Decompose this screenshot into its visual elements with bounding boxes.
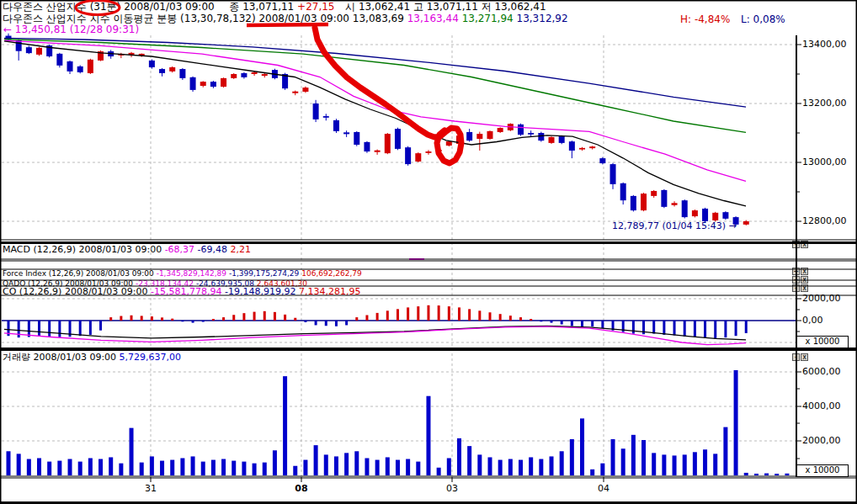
co-axis-label: 2000,00 (802, 294, 841, 304)
volume-axis-label: 2000,00 (802, 436, 841, 446)
panel-minimize-button[interactable]: - (792, 353, 800, 361)
panel-minimize-button[interactable]: - (792, 241, 800, 248)
co-axis-label: 0,00 (802, 316, 823, 326)
price-axis-label: 13200,00 (802, 98, 847, 109)
chart-window: 다우존스 산업지수 (31분) 2008/01/03 09:00 종 13,07… (0, 0, 857, 504)
price-axis-label: 12800,00 (802, 216, 847, 226)
price-axis-label: 13400,00 (802, 40, 847, 50)
price-axis-label: 13000,00 (802, 157, 847, 167)
panel-close-button[interactable]: x (801, 353, 808, 361)
volume-axis-label: 6000,00 (802, 367, 841, 377)
volume-axis-label: 4000,00 (802, 401, 841, 411)
volume-unit-box: x 10000 (796, 464, 849, 477)
date-label: 31 (138, 484, 163, 494)
panel-close-button[interactable]: x (801, 268, 808, 275)
axis-overlay: 13400,0013200,0013000,0012800,002000,000… (0, 0, 857, 504)
panel-close-button[interactable]: x (801, 284, 808, 292)
co-unit-box: x 10000 (796, 336, 849, 348)
date-label: 03 (439, 484, 465, 494)
panel-close-button[interactable]: x (801, 241, 808, 248)
panel-close-button[interactable]: x (801, 276, 808, 284)
date-label: 08 (289, 484, 314, 494)
panel-minimize-button[interactable]: - (792, 284, 800, 292)
panel-expand-button[interactable]: + (792, 268, 800, 275)
panel-expand-button[interactable]: + (792, 276, 800, 284)
date-label: 04 (591, 484, 616, 494)
